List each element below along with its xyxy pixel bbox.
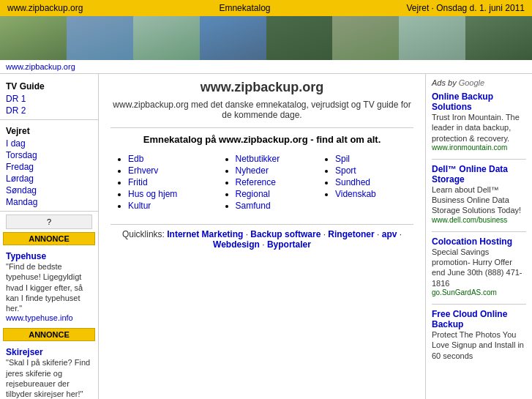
quicklink-apv[interactable]: apv — [382, 229, 397, 239]
right-ad-1-url: www.ironmountain.com — [432, 143, 526, 152]
sidebar-link-lordag[interactable]: Lørdag — [0, 173, 98, 184]
right-ad-2-title[interactable]: Dell™ Online Data Storage — [432, 164, 508, 184]
categories-table: Edb Erhverv Fritid Hus og hjem Kultur Ne… — [110, 151, 413, 215]
sidebar-ad-typehuse-text: "Find de bedste typehuse! Ligegyldigt hv… — [6, 261, 92, 313]
right-ad-4-title[interactable]: Free Cloud Online Backup — [432, 309, 507, 329]
quicklinks: Quicklinks: Internet Marketing · Backup … — [110, 224, 413, 250]
right-ad-4: Free Cloud Online Backup Protect The Pho… — [432, 309, 526, 361]
breadcrumb-link[interactable]: www.zipbackup.org — [6, 62, 75, 71]
google-text: Google — [459, 78, 484, 87]
cat-fritid[interactable]: Fritid — [128, 177, 148, 187]
cat-regional[interactable]: Regional — [236, 189, 270, 199]
main-title: www.zipbackup.org — [110, 80, 413, 95]
list-item: Sport — [335, 165, 408, 176]
breadcrumb: www.zipbackup.org — [0, 60, 532, 74]
header: www.zipbackup.org Emnekatalog Vejret · O… — [0, 0, 532, 16]
vejret-title: Vejret — [0, 123, 98, 138]
cat-edb[interactable]: Edb — [128, 154, 143, 164]
sidebar-link-idag[interactable]: I dag — [0, 138, 98, 149]
list-item: Reference — [236, 177, 313, 187]
catalog-title: Emnekatalog på www.zipbackup.org - find … — [110, 134, 413, 145]
main-layout: TV Guide DR 1 DR 2 Vejret I dag Torsdag … — [0, 74, 532, 399]
cat-sundhed[interactable]: Sundhed — [335, 177, 370, 187]
sidebar-link-torsdag[interactable]: Torsdag — [0, 149, 98, 161]
sidebar-ad-skirejser-text: "Skal I på skiferie? Find jeres skiferie… — [6, 357, 92, 399]
right-ad-1-title[interactable]: Online Backup Solutions — [432, 92, 493, 112]
right-ad-3-title[interactable]: Colocation Hosting — [432, 236, 512, 247]
list-item: Hus og hjem — [128, 189, 214, 199]
sidebar-link-fredag[interactable]: Fredag — [0, 161, 98, 173]
quicklink-byportaler[interactable]: Byportaler — [267, 239, 311, 250]
right-ad-divider-3 — [432, 304, 526, 305]
right-ad-1: Online Backup Solutions Trust Iron Mount… — [432, 92, 526, 152]
cat-sport[interactable]: Sport — [335, 165, 356, 176]
sidebar-divider-1 — [0, 119, 98, 120]
quicklink-ringetoner[interactable]: Ringetoner — [328, 229, 374, 239]
sidebar-ad-typehuse-link[interactable]: www.typehuse.info — [6, 313, 73, 322]
category-col1: Edb Erhverv Fritid Hus og hjem Kultur — [112, 152, 218, 214]
cat-spil[interactable]: Spil — [335, 154, 350, 164]
list-item: Netbutikker — [236, 154, 313, 164]
photo-1 — [0, 16, 67, 60]
ads-by-google: Ads by Google — [432, 78, 526, 87]
photo-6 — [332, 16, 399, 60]
right-sidebar: Ads by Google Online Backup Solutions Tr… — [426, 74, 532, 399]
cat-reference[interactable]: Reference — [236, 177, 276, 187]
right-ad-4-text: Protect The Photos You Love Signup and I… — [432, 329, 526, 361]
photo-2 — [67, 16, 133, 60]
cat-kultur[interactable]: Kultur — [128, 201, 151, 211]
right-ad-3: Colocation Hosting Special Savings promo… — [432, 236, 526, 297]
list-item: Regional — [236, 189, 313, 199]
list-item: Nyheder — [236, 165, 313, 176]
category-col3: Spil Sport Sundhed Videnskab — [319, 152, 412, 214]
right-ad-3-url: go.SunGardAS.com — [432, 288, 526, 297]
cat-netbutikker[interactable]: Netbutikker — [236, 154, 280, 164]
photo-4 — [200, 16, 266, 60]
quicklink-internet-marketing[interactable]: Internet Marketing — [167, 229, 243, 239]
sidebar-ad-skirejser: Skirejser "Skal I på skiferie? Find jere… — [0, 344, 98, 399]
list-item: Edb — [128, 154, 214, 164]
cat-videnskab[interactable]: Videnskab — [335, 189, 376, 199]
quicklink-backup-software[interactable]: Backup software — [250, 229, 321, 239]
sidebar-ad-typehuse-title[interactable]: Typehuse — [6, 251, 92, 261]
category-col2: Netbutikker Nyheder Reference Regional S… — [220, 152, 318, 214]
header-title: Emnekatalog — [219, 3, 270, 13]
sidebar-divider-2 — [0, 211, 98, 212]
annonce-label-1: ANNONCE — [3, 232, 95, 245]
right-ad-3-text: Special Savings promotion- Hurry Offer e… — [432, 247, 526, 288]
quicklink-webdesign[interactable]: Webdesign — [213, 239, 260, 250]
header-site-url[interactable]: www.zipbackup.org — [7, 3, 83, 13]
cat-samfund[interactable]: Samfund — [236, 201, 271, 211]
list-item: Erhverv — [128, 165, 214, 176]
cat-hus-og-hjem[interactable]: Hus og hjem — [128, 189, 177, 199]
cat-erhverv[interactable]: Erhverv — [128, 165, 158, 176]
list-item: Fritid — [128, 177, 214, 187]
ads-label: Ads by — [432, 78, 459, 87]
right-ad-1-text: Trust Iron Mountain. The leader in data … — [432, 112, 526, 143]
photo-strip — [0, 16, 532, 60]
sidebar-link-mandag[interactable]: Mandag — [0, 196, 98, 208]
tv-guide-title: TV Guide — [0, 78, 98, 93]
sidebar-link-sondag[interactable]: Søndag — [0, 184, 98, 196]
question-box[interactable]: ? — [6, 215, 92, 229]
list-item: Videnskab — [335, 189, 408, 199]
photo-3 — [133, 16, 200, 60]
list-item: Spil — [335, 154, 408, 164]
annonce-label-2: ANNONCE — [3, 328, 95, 341]
right-ad-divider-2 — [432, 231, 526, 232]
photo-7 — [399, 16, 465, 60]
sidebar-ad-skirejser-title[interactable]: Skirejser — [6, 347, 92, 357]
right-ad-divider-1 — [432, 159, 526, 160]
left-sidebar: TV Guide DR 1 DR 2 Vejret I dag Torsdag … — [0, 74, 99, 399]
intro-text: www.zipbackup.org med det danske emnekat… — [110, 100, 413, 120]
list-item: Kultur — [128, 201, 214, 211]
list-item: Samfund — [236, 201, 313, 211]
cat-nyheder[interactable]: Nyheder — [236, 165, 269, 176]
photo-8 — [465, 16, 532, 60]
sidebar-ad-typehuse: Typehuse "Find de bedste typehuse! Ligeg… — [0, 248, 98, 325]
center-content: www.zipbackup.org www.zipbackup.org med … — [99, 74, 426, 399]
right-ad-2-url: www.dell.com/business — [432, 216, 526, 224]
sidebar-link-dr2[interactable]: DR 2 — [0, 105, 98, 116]
sidebar-link-dr1[interactable]: DR 1 — [0, 93, 98, 105]
list-item: Sundhed — [335, 177, 408, 187]
